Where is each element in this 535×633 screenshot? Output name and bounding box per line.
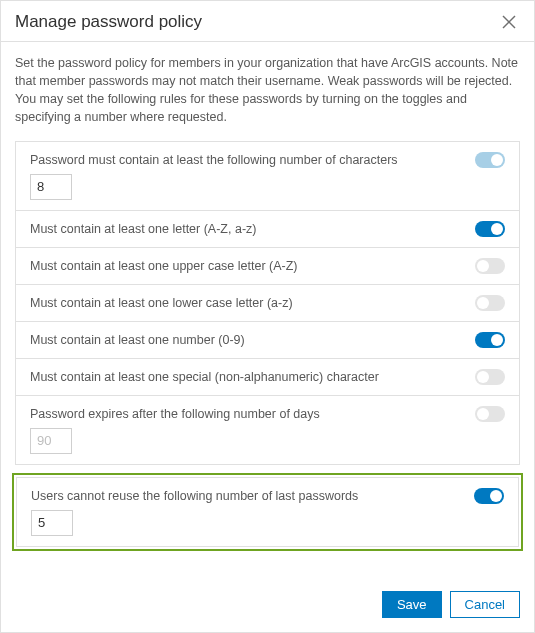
reuse-count-input[interactable]	[31, 510, 73, 536]
dialog-header: Manage password policy	[1, 1, 534, 42]
rule-label: Password must contain at least the follo…	[30, 153, 465, 167]
rule-toggle[interactable]	[475, 295, 505, 311]
save-button[interactable]: Save	[382, 591, 442, 618]
expiry-days-input	[30, 428, 72, 454]
rule-letter: Must contain at least one letter (A-Z, a…	[16, 211, 519, 248]
highlighted-rule-box: Users cannot reuse the following number …	[12, 473, 523, 551]
rules-list: Password must contain at least the follo…	[15, 141, 520, 465]
dialog-footer: Save Cancel	[1, 579, 534, 632]
dialog-title: Manage password policy	[15, 12, 202, 32]
rule-special-char: Must contain at least one special (non-a…	[16, 359, 519, 396]
intro-text: Set the password policy for members in y…	[1, 42, 534, 141]
rule-expiry: Password expires after the following num…	[16, 396, 519, 464]
password-policy-dialog: Manage password policy Set the password …	[0, 0, 535, 633]
rule-uppercase: Must contain at least one upper case let…	[16, 248, 519, 285]
rule-label: Must contain at least one number (0-9)	[30, 333, 465, 347]
close-icon	[502, 15, 516, 29]
close-button[interactable]	[498, 11, 520, 33]
rule-toggle[interactable]	[475, 258, 505, 274]
rule-label: Must contain at least one special (non-a…	[30, 370, 465, 384]
rule-reuse: Users cannot reuse the following number …	[16, 477, 519, 547]
rule-toggle[interactable]	[474, 488, 504, 504]
rule-label: Password expires after the following num…	[30, 407, 465, 421]
rule-toggle[interactable]	[475, 152, 505, 168]
cancel-button[interactable]: Cancel	[450, 591, 520, 618]
rule-toggle[interactable]	[475, 369, 505, 385]
rule-label: Must contain at least one lower case let…	[30, 296, 465, 310]
rule-toggle[interactable]	[475, 332, 505, 348]
rule-label: Users cannot reuse the following number …	[31, 489, 464, 503]
rule-label: Must contain at least one upper case let…	[30, 259, 465, 273]
rule-lowercase: Must contain at least one lower case let…	[16, 285, 519, 322]
rule-number: Must contain at least one number (0-9)	[16, 322, 519, 359]
rule-label: Must contain at least one letter (A-Z, a…	[30, 222, 465, 236]
rule-toggle[interactable]	[475, 406, 505, 422]
min-length-input[interactable]	[30, 174, 72, 200]
rule-min-length: Password must contain at least the follo…	[16, 142, 519, 211]
rule-toggle[interactable]	[475, 221, 505, 237]
